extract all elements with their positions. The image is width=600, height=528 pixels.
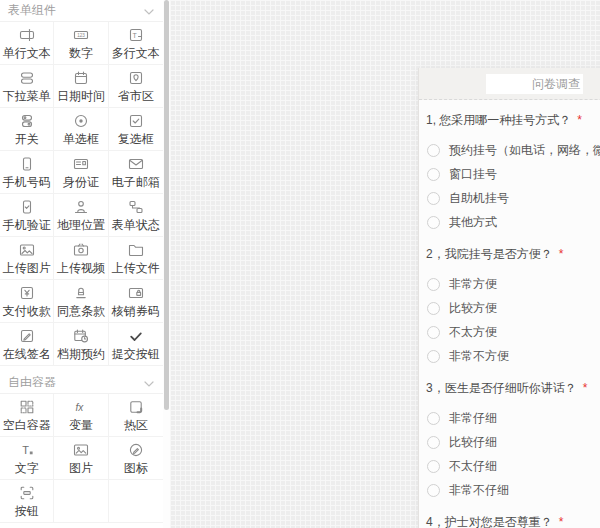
- radio-option[interactable]: 不太方便: [426, 320, 600, 344]
- component-item[interactable]: T文字: [0, 437, 54, 480]
- image-icon: [73, 442, 89, 458]
- svg-text:T: T: [132, 32, 137, 39]
- submit-icon: [128, 328, 144, 344]
- component-item[interactable]: 表单状态: [109, 194, 163, 237]
- component-item[interactable]: 电子邮箱: [109, 151, 163, 194]
- radio-button-icon[interactable]: [427, 326, 440, 339]
- component-item-label: 地理位置: [57, 218, 105, 232]
- geolocation-icon: [73, 199, 89, 215]
- required-asterisk: *: [583, 381, 588, 395]
- radio-button-icon[interactable]: [427, 168, 440, 181]
- component-item[interactable]: 手机验证: [0, 194, 54, 237]
- component-item-label: 核销券码: [112, 304, 160, 318]
- question-text: 2，我院挂号是否方便？: [426, 247, 553, 261]
- section-header-form-components[interactable]: 表单组件: [0, 0, 163, 22]
- component-item[interactable]: 档期预约: [54, 323, 108, 366]
- component-item[interactable]: fx变量: [54, 394, 108, 437]
- radio-button-icon[interactable]: [427, 436, 440, 449]
- component-item[interactable]: 图片: [54, 437, 108, 480]
- component-item-label: 身份证: [63, 175, 99, 189]
- component-item[interactable]: 123数字: [54, 22, 108, 65]
- component-item[interactable]: 图标: [109, 437, 163, 480]
- component-item-label: 档期预约: [57, 347, 105, 361]
- option-label: 预约挂号（如电话，网络，微信等）: [449, 142, 600, 159]
- component-item[interactable]: 在线签名: [0, 323, 54, 366]
- radio-option[interactable]: 自助机挂号: [426, 186, 600, 210]
- option-label: 非常方便: [449, 276, 497, 293]
- radio-option[interactable]: 其他方式: [426, 210, 600, 234]
- idcard-icon: [73, 156, 89, 172]
- form-preview-panel: 问卷调查 1, 您采用哪一种挂号方式？*预约挂号（如电话，网络，微信等）窗口挂号…: [418, 68, 600, 528]
- component-item[interactable]: 核销券码: [109, 280, 163, 323]
- radio-option[interactable]: 比较方便: [426, 296, 600, 320]
- component-item[interactable]: 热区: [109, 394, 163, 437]
- component-item-label: 提交按钮: [112, 347, 160, 361]
- radio-button-icon[interactable]: [427, 484, 440, 497]
- sidebar-scrollbar[interactable]: [163, 0, 170, 528]
- question-label: 1, 您采用哪一种挂号方式？*: [426, 112, 600, 128]
- radio-option[interactable]: 非常仔细: [426, 406, 600, 430]
- component-item[interactable]: 日期时间: [54, 65, 108, 108]
- radio-option[interactable]: 非常不仔细: [426, 478, 600, 502]
- component-item[interactable]: 按钮: [0, 480, 54, 523]
- component-item-label: 热区: [124, 418, 148, 432]
- radio-button-icon[interactable]: [427, 350, 440, 363]
- component-item[interactable]: 下拉菜单: [0, 65, 54, 108]
- component-item[interactable]: 上传文件: [109, 237, 163, 280]
- text-icon: T: [19, 442, 35, 458]
- question-block[interactable]: 1, 您采用哪一种挂号方式？*预约挂号（如电话，网络，微信等）窗口挂号自助机挂号…: [426, 112, 600, 234]
- component-item[interactable]: 单选框: [54, 108, 108, 151]
- design-canvas[interactable]: 问卷调查 1, 您采用哪一种挂号方式？*预约挂号（如电话，网络，微信等）窗口挂号…: [170, 0, 600, 528]
- question-block[interactable]: 4，护士对您是否尊重？*: [426, 514, 600, 528]
- component-item-label: 手机验证: [3, 218, 51, 232]
- component-item-label: 按钮: [15, 504, 39, 518]
- component-item[interactable]: 复选框: [109, 108, 163, 151]
- radio-button-icon[interactable]: [427, 144, 440, 157]
- radio-button-icon[interactable]: [427, 278, 440, 291]
- component-item[interactable]: 单行文本: [0, 22, 54, 65]
- form-title-input[interactable]: 问卷调查: [486, 74, 583, 94]
- component-item[interactable]: 上传视频: [54, 237, 108, 280]
- empty-cell: [109, 480, 163, 523]
- radio-option[interactable]: 非常不方便: [426, 344, 600, 368]
- component-item-label: 上传文件: [112, 261, 160, 275]
- radio-option[interactable]: 预约挂号（如电话，网络，微信等）: [426, 138, 600, 162]
- radio-button-icon[interactable]: [427, 216, 440, 229]
- component-item[interactable]: 支付收款: [0, 280, 54, 323]
- terms-icon: [73, 285, 89, 301]
- required-asterisk: *: [559, 515, 564, 528]
- number-icon: 123: [73, 27, 89, 43]
- question-label: 2，我院挂号是否方便？*: [426, 246, 600, 262]
- component-item-label: 空白容器: [3, 418, 51, 432]
- radio-option[interactable]: 不太仔细: [426, 454, 600, 478]
- section-header-free-containers[interactable]: 自由容器: [0, 366, 163, 394]
- component-item[interactable]: 同意条款: [54, 280, 108, 323]
- component-item[interactable]: 手机号码: [0, 151, 54, 194]
- component-item[interactable]: 开关: [0, 108, 54, 151]
- question-block[interactable]: 2，我院挂号是否方便？*非常方便比较方便不太方便非常不方便: [426, 246, 600, 368]
- radio-button-icon[interactable]: [427, 192, 440, 205]
- component-item-label: 电子邮箱: [112, 175, 160, 189]
- radio-button-icon[interactable]: [427, 460, 440, 473]
- component-item[interactable]: 空白容器: [0, 394, 54, 437]
- component-item-label: 图片: [69, 461, 93, 475]
- component-grid: 单行文本123数字T多行文本下拉菜单日期时间省市区开关单选框复选框手机号码身份证…: [0, 22, 163, 366]
- question-block[interactable]: 3，医生是否仔细听你讲话？*非常仔细比较仔细不太仔细非常不仔细: [426, 380, 600, 502]
- component-item-label: 手机号码: [3, 175, 51, 189]
- component-item[interactable]: 上传图片: [0, 237, 54, 280]
- component-item[interactable]: 省市区: [109, 65, 163, 108]
- radio-option[interactable]: 非常方便: [426, 272, 600, 296]
- radio-button-icon[interactable]: [427, 412, 440, 425]
- component-item[interactable]: 地理位置: [54, 194, 108, 237]
- upload-file-icon: [128, 242, 144, 258]
- textarea-icon: T: [128, 27, 144, 43]
- radio-option[interactable]: 窗口挂号: [426, 162, 600, 186]
- radio-option[interactable]: 比较仔细: [426, 430, 600, 454]
- empty-cell: [54, 480, 108, 523]
- component-item[interactable]: 提交按钮: [109, 323, 163, 366]
- radio-button-icon[interactable]: [427, 302, 440, 315]
- option-label: 自助机挂号: [449, 190, 509, 207]
- component-item[interactable]: T多行文本: [109, 22, 163, 65]
- sidebar-scrollbar-thumb[interactable]: [164, 0, 169, 410]
- component-item[interactable]: 身份证: [54, 151, 108, 194]
